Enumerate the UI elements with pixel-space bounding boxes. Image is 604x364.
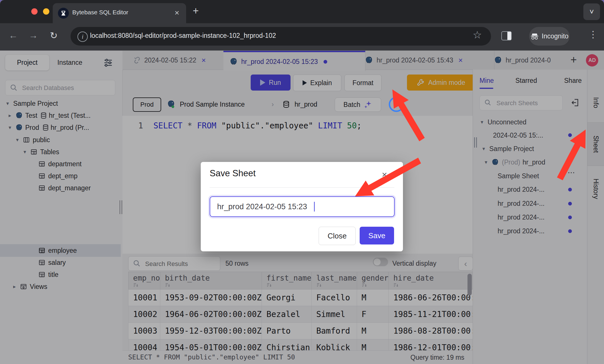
save-sheet-dialog: Save Sheet × hr_prod 2024-02-05 15:23 Cl… bbox=[201, 162, 403, 251]
browser-menu-icon[interactable]: ⋮ bbox=[589, 29, 598, 40]
dialog-divider bbox=[210, 187, 394, 188]
dialog-save-button[interactable]: Save bbox=[360, 227, 394, 244]
browser-tab-title: Bytebase SQL Editor bbox=[72, 9, 128, 16]
address-bar[interactable]: i localhost:8080/sql-editor/prod-sample-… bbox=[71, 27, 491, 46]
browser-toolbar: ← → ↻ i localhost:8080/sql-editor/prod-s… bbox=[0, 23, 604, 50]
browser-tab-close-icon[interactable]: × bbox=[175, 8, 179, 17]
bytebase-favicon bbox=[58, 8, 69, 19]
dialog-close-button[interactable]: Close bbox=[319, 227, 356, 245]
back-icon[interactable]: ← bbox=[9, 30, 18, 41]
browser-tab-strip: Bytebase SQL Editor × + ˅ bbox=[0, 0, 604, 23]
incognito-label: Incognito bbox=[542, 32, 568, 40]
bookmark-star-icon[interactable]: ☆ bbox=[473, 29, 482, 41]
forward-icon[interactable]: → bbox=[29, 30, 38, 41]
url-text: localhost:8080/sql-editor/prod-sample-in… bbox=[90, 32, 276, 40]
window-close-button[interactable] bbox=[31, 8, 38, 15]
dialog-close-icon[interactable]: × bbox=[382, 169, 387, 180]
tab-search-chevron-icon[interactable]: ˅ bbox=[583, 3, 600, 20]
window-minimize-button[interactable] bbox=[43, 8, 49, 15]
text-caret bbox=[314, 202, 315, 212]
reload-icon[interactable]: ↻ bbox=[50, 30, 58, 41]
dialog-title: Save Sheet bbox=[210, 168, 256, 179]
screen: Bytebase SQL Editor × + ˅ ← → ↻ i localh… bbox=[0, 0, 604, 364]
site-info-icon[interactable]: i bbox=[77, 32, 88, 42]
incognito-badge: Incognito bbox=[529, 27, 570, 46]
side-panel-icon[interactable] bbox=[501, 31, 512, 40]
browser-tab[interactable]: Bytebase SQL Editor × bbox=[53, 3, 186, 23]
new-tab-button[interactable]: + bbox=[193, 6, 199, 16]
sheet-title-input[interactable]: hr_prod 2024-02-05 15:23 bbox=[210, 196, 395, 217]
browser-window: Bytebase SQL Editor × + ˅ ← → ↻ i localh… bbox=[0, 0, 604, 364]
incognito-icon bbox=[530, 33, 539, 40]
sheet-title-value: hr_prod 2024-02-05 15:23 bbox=[217, 202, 307, 211]
